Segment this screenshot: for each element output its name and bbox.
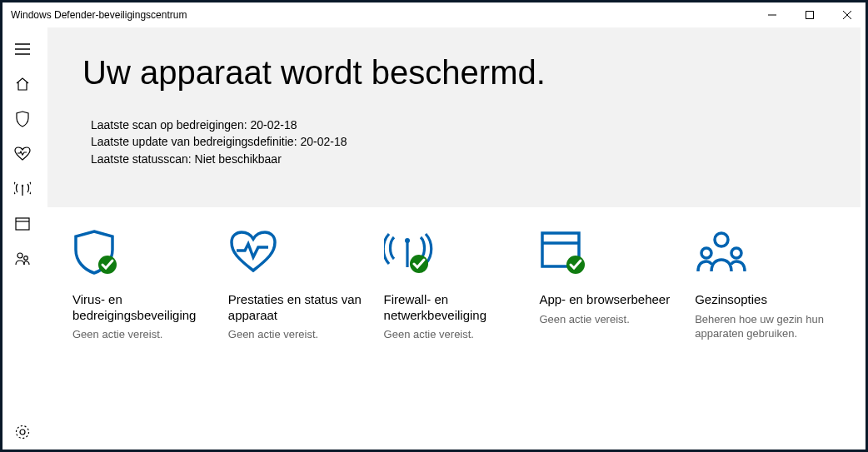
tile-title: App- en browserbeheer (539, 292, 680, 308)
tile-subtitle: Geen actie vereist. (539, 313, 680, 327)
app-browser-icon (539, 227, 680, 279)
family-icon (695, 227, 836, 279)
tile-subtitle: Geen actie vereist. (228, 328, 369, 342)
tile-title: Gezinsopties (695, 292, 836, 308)
svg-point-12 (24, 256, 28, 261)
shield-check-icon (72, 227, 213, 279)
maximize-icon (806, 11, 814, 19)
svg-rect-9 (16, 218, 29, 230)
minimize-icon (768, 11, 776, 19)
status-health-scan: Laatste statusscan: Niet beschikbaar (91, 151, 826, 167)
svg-point-11 (17, 253, 22, 258)
svg-point-24 (731, 248, 741, 258)
close-icon (843, 11, 851, 19)
hero-heading: Uw apparaat wordt beschermd. (82, 54, 826, 92)
sidebar (2, 27, 42, 450)
main-content: Uw apparaat wordt beschermd. Laatste sca… (42, 27, 866, 450)
tile-apps[interactable]: App- en browserbeheer Geen actie vereist… (539, 227, 680, 342)
tile-title: Firewall- en netwerkbeveiliging (384, 292, 525, 324)
tiles-row: Virus- en bedreigingsbeveiliging Geen ac… (42, 207, 866, 342)
shield-icon (15, 111, 30, 127)
sidebar-firewall[interactable] (2, 171, 42, 206)
tile-family[interactable]: Gezinsopties Beheren hoe uw gezin hun ap… (695, 227, 836, 342)
browser-icon (15, 217, 30, 231)
minimize-button[interactable] (753, 2, 791, 27)
firewall-icon (384, 227, 525, 279)
people-icon (14, 251, 31, 266)
status-definition-update: Laatste update van bedreigingsdefinitie:… (91, 133, 826, 150)
antenna-icon (14, 181, 31, 197)
svg-rect-1 (806, 12, 813, 19)
svg-point-17 (405, 238, 410, 243)
hamburger-icon (15, 43, 30, 55)
sidebar-apps[interactable] (2, 206, 42, 241)
gear-icon (15, 425, 30, 440)
sidebar-health[interactable] (2, 137, 42, 171)
sidebar-virus[interactable] (2, 102, 42, 137)
status-block: Laatste scan op bedreigingen: 20-02-18 L… (82, 117, 826, 167)
sidebar-settings[interactable] (2, 415, 42, 450)
window-frame: Windows Defender-beveiligingscentrum (2, 2, 866, 450)
tile-title: Prestaties en status van apparaat (228, 292, 369, 324)
status-threat-scan: Laatste scan op bedreigingen: 20-02-18 (91, 117, 826, 133)
svg-point-13 (20, 430, 25, 435)
sidebar-family[interactable] (2, 241, 42, 276)
tile-subtitle: Geen actie vereist. (384, 328, 525, 342)
maximize-button[interactable] (791, 2, 828, 27)
svg-point-22 (715, 233, 728, 246)
heart-icon (14, 147, 31, 161)
content-area: Uw apparaat wordt beschermd. Laatste sca… (2, 27, 866, 450)
tile-health[interactable]: Prestaties en status van apparaat Geen a… (228, 227, 369, 342)
tile-virus[interactable]: Virus- en bedreigingsbeveiliging Geen ac… (72, 227, 213, 342)
menu-button[interactable] (2, 32, 42, 67)
home-icon (15, 77, 30, 91)
titlebar: Windows Defender-beveiligingscentrum (2, 2, 866, 27)
heart-health-icon (228, 227, 369, 279)
hero-panel: Uw apparaat wordt beschermd. Laatste sca… (47, 27, 861, 207)
window-controls (753, 2, 866, 27)
window-title: Windows Defender-beveiligingscentrum (11, 9, 753, 21)
close-button[interactable] (828, 2, 866, 27)
svg-point-14 (17, 426, 29, 439)
tile-firewall[interactable]: Firewall- en netwerkbeveiliging Geen act… (384, 227, 525, 342)
tile-subtitle: Beheren hoe uw gezin hun apparaten gebru… (695, 313, 836, 341)
tile-title: Virus- en bedreigingsbeveiliging (72, 292, 213, 324)
svg-point-23 (701, 248, 711, 258)
sidebar-home[interactable] (2, 67, 42, 102)
tile-subtitle: Geen actie vereist. (72, 328, 213, 342)
svg-point-8 (22, 185, 23, 186)
